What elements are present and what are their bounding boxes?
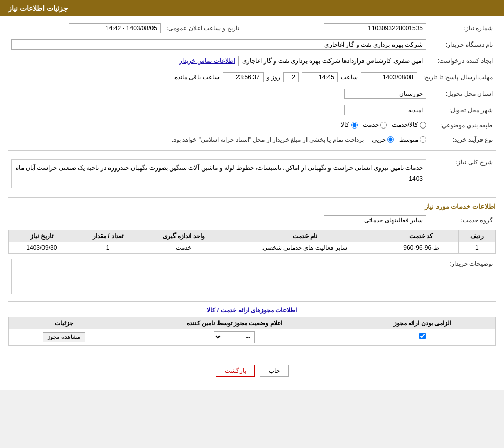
footer-buttons: چاپ بازگشت [8,356,496,385]
announce-date-value: 1403/08/05 - 14:42 [69,23,161,33]
page-header: جزئیات اطلاعات نیاز [0,0,504,16]
process-label: نوع فرآیند خرید: [429,135,496,145]
divider-2 [8,197,496,198]
cell-unit: خدمت [141,242,226,253]
col-date: تاریخ نیاز [9,230,75,242]
col-qty: تعداد / مقدار [75,230,141,242]
radio-kala-input[interactable] [351,122,358,129]
classification-radio-group: کالا/خدمت خدمت کالا [341,121,426,129]
divider-1 [8,150,496,151]
buyer-org-table: نام دستگاه خریدار: شرکت بهره برداری نفت … [8,38,496,51]
services-table: ردیف کد خدمت نام خدمت واحد اندازه گیری ت… [8,230,496,254]
buyer-desc-table: توضیحات خریدار: [8,257,496,296]
perm-col-details: جزئیات [9,317,120,329]
radio-kala-khedmat: کالا/خدمت [392,121,426,129]
need-number-value: 1103093228001535 [324,23,426,33]
process-radio-group: متوسط جزیی [372,136,426,143]
process-table: نوع فرآیند خرید: متوسط جزیی [8,135,496,145]
perm-required-checkbox[interactable] [419,333,426,339]
creator-table: ایجاد کننده درخواست: امین صفری کارشناس ق… [8,54,496,68]
page-wrapper: جزئیات اطلاعات نیاز شماره نیاز: 11030932… [0,0,504,390]
divider-4 [8,351,496,351]
page-title: جزئیات اطلاعات نیاز [8,4,68,12]
perm-col-required: الزامی بودن ارائه مجوز [349,317,495,329]
perm-details-cell: مشاهده مجوز [9,329,120,345]
need-number-label: شماره نیاز: [429,22,496,35]
radio-kala: کالا [341,121,358,129]
radio-kala-label: کالا [341,121,349,129]
deadline-remaining-label: ساعت باقی مانده [174,74,220,81]
province-table: استان محل تحویل: خوزستان [8,87,496,100]
perm-status-select[interactable]: -- [214,331,255,343]
radio-motavaset-label: متوسط [399,136,418,143]
radio-khedmat: خدمت [363,121,387,129]
cell-code: ط-96-96-960 [384,242,458,253]
divider-3 [8,301,496,302]
process-row: متوسط جزیی پرداخت تمام یا بخشی از مبلغ خ… [11,136,426,143]
cell-qty: 1 [75,242,141,253]
radio-kala-khedmat-input[interactable] [420,122,426,129]
process-note: پرداخت تمام یا بخشی از مبلغ خریدار از مح… [172,136,364,143]
list-item: -- مشاهده مجوز [9,329,496,345]
col-unit: واحد اندازه گیری [141,230,226,242]
main-content: شماره نیاز: 1103093228001535 تاریخ و ساع… [0,16,504,390]
radio-motavaset: متوسط [399,136,426,143]
buyer-desc-value [11,259,426,294]
permissions-section-title: اطلاعات مجوزهای ارائه خدمت / کالا [8,307,496,314]
print-button[interactable]: چاپ [260,365,289,377]
deadline-remaining-value: 23:56:37 [223,72,264,82]
table-row: 1 ط-96-96-960 سایر فعالیت های خدماتی شخص… [9,242,496,253]
classification-table: طبقه بندی موضوعی: کالا/خدمت خدمت [8,120,496,132]
deadline-date-value: 1403/08/08 [361,72,417,82]
permissions-table: الزامی بودن ارائه مجوز اعلام وضعیت مجوز … [8,317,496,346]
need-desc-label: شرح کلی نیاز: [429,156,496,192]
perm-required-cell [349,329,495,345]
col-name: نام خدمت [226,230,384,242]
deadline-table: مهلت ارسال پاسخ: تا تاریخ: 1403/08/08 سا… [8,71,496,84]
deadline-time-value: 14:45 [302,72,338,82]
creator-contact-link[interactable]: اطلاعات تماس خریدار [179,57,235,65]
creator-value: امین صفری کارشناس قراردادها شرکت بهره بر… [238,56,426,66]
city-value: امیدیه [344,105,426,115]
top-info-table: شماره نیاز: 1103093228001535 تاریخ و ساع… [8,22,496,35]
service-group-value: سایر فعالیتهای خدماتی [324,215,426,225]
col-code: کد خدمت [384,230,458,242]
creator-row: امین صفری کارشناس قراردادها شرکت بهره بر… [11,56,426,66]
radio-khedmat-input[interactable] [380,122,387,129]
buyer-desc-label: توضیحات خریدار: [429,257,496,296]
radio-jozvi-label: جزیی [372,136,386,143]
cell-name: سایر فعالیت های خدماتی شخصی [226,242,384,253]
need-desc-table: شرح کلی نیاز: خدمات تامین نیروی انسانی ح… [8,156,496,192]
classification-label: طبقه بندی موضوعی: [429,120,496,132]
radio-khedmat-label: خدمت [363,121,379,129]
col-row: ردیف [458,230,495,242]
deadline-label: مهلت ارسال پاسخ: تا تاریخ: [420,71,496,84]
city-table: شهر محل تحویل: امیدیه [8,103,496,117]
province-label: استان محل تحویل: [429,87,496,100]
creator-label: ایجاد کننده درخواست: [429,54,496,68]
deadline-days-label: روز و [267,74,280,81]
service-group-table: گروه خدمت: سایر فعالیتهای خدماتی [8,214,496,227]
services-section-title: اطلاعات خدمات مورد نیاز [8,203,496,210]
buyer-org-label: نام دستگاه خریدار: [429,38,496,51]
announce-label: تاریخ و ساعت اعلان عمومی: [164,22,243,35]
radio-kala-khedmat-label: کالا/خدمت [392,121,418,129]
radio-jozvi: جزیی [372,136,394,143]
service-group-label: گروه خدمت: [429,214,496,227]
cell-date: 1403/09/30 [9,242,75,253]
deadline-row: 1403/08/08 ساعت 14:45 2 روز و 23:56:37 س… [11,72,417,82]
province-value: خوزستان [344,89,426,99]
back-button[interactable]: بازگشت [216,365,255,377]
buyer-org-value: شرکت بهره برداری نفت و گاز اغاجاری [11,39,426,50]
deadline-time-label: ساعت [341,74,358,81]
need-desc-value: خدمات تامین نیروی انسانی حراست و نگهبانی… [11,159,426,188]
city-label: شهر محل تحویل: [429,103,496,117]
radio-jozvi-input[interactable] [387,136,394,143]
perm-col-status: اعلام وضعیت مجوز توسط نامین کننده [120,317,349,329]
perm-status-cell: -- [120,329,349,345]
deadline-days-value: 2 [283,72,299,82]
perm-view-button[interactable]: مشاهده مجوز [43,332,85,342]
radio-motavaset-input[interactable] [420,136,426,143]
cell-row: 1 [458,242,495,253]
